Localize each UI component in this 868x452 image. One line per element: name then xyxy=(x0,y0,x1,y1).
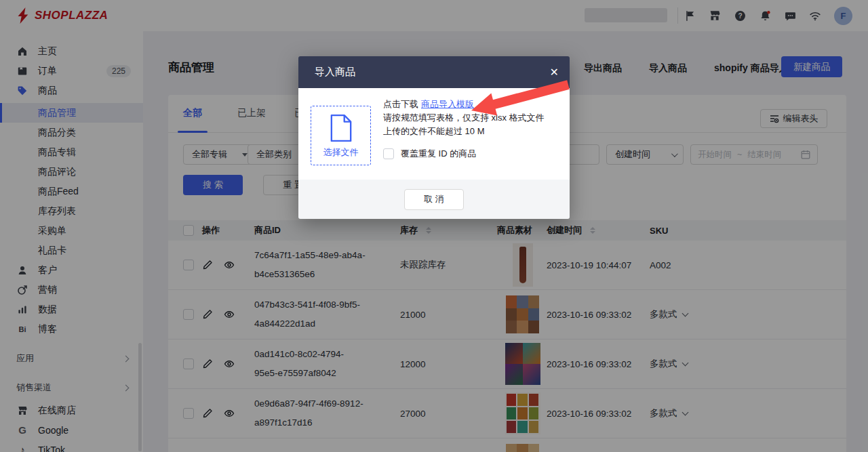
import-products-modal: 导入商品 ✕ 选择文件 点击下载商品导入模版 请按规范填写表格，仅支持 xlsx… xyxy=(298,56,570,219)
template-download-link[interactable]: 商品导入模版 xyxy=(421,99,474,109)
modal-instructions: 点击下载商品导入模版 请按规范填写表格，仅支持 xlsx 格式文件 上传的文件不… xyxy=(383,98,561,138)
overwrite-checkbox-label: 覆盖重复 ID 的商品 xyxy=(401,148,476,160)
modal-title: 导入商品 xyxy=(315,66,355,79)
download-hint: 点击下载 xyxy=(383,99,418,109)
choose-file-label: 选择文件 xyxy=(323,146,359,159)
overwrite-checkbox[interactable] xyxy=(383,148,394,159)
close-icon[interactable]: ✕ xyxy=(550,67,559,78)
overwrite-checkbox-row: 覆盖重复 ID 的商品 xyxy=(383,148,476,160)
cancel-button[interactable]: 取 消 xyxy=(404,189,464,210)
file-icon xyxy=(330,114,353,142)
modal-body: 选择文件 点击下载商品导入模版 请按规范填写表格，仅支持 xlsx 格式文件 上… xyxy=(298,88,570,180)
modal-header: 导入商品 ✕ xyxy=(298,56,570,88)
format-hint: 请按规范填写表格，仅支持 xlsx 格式文件 xyxy=(383,111,561,125)
size-hint: 上传的文件不能超过 10 M xyxy=(383,125,561,138)
modal-footer: 取 消 xyxy=(298,180,570,219)
choose-file-dropzone[interactable]: 选择文件 xyxy=(311,106,371,165)
